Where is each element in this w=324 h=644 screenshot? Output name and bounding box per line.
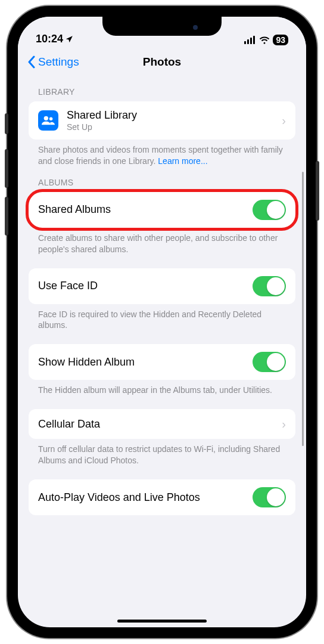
albums-header: ALBUMS — [29, 167, 295, 192]
library-header: LIBRARY — [29, 76, 295, 101]
learn-more-link[interactable]: Learn more... — [158, 156, 207, 166]
notch — [102, 17, 222, 36]
shared-albums-footer: Create albums to share with other people… — [29, 228, 295, 255]
cellular-icon — [244, 36, 256, 44]
home-indicator[interactable] — [117, 620, 207, 623]
status-time: 10:24 — [36, 33, 73, 45]
shared-library-subtitle: Set Up — [67, 122, 282, 132]
library-footer: Share photos and videos from moments spe… — [29, 140, 295, 167]
cellular-data-footer: Turn off cellular data to restrict updat… — [29, 439, 295, 466]
svg-rect-3 — [253, 36, 255, 44]
face-id-footer: Face ID is required to view the Hidden a… — [29, 304, 295, 332]
time-text: 10:24 — [36, 33, 63, 45]
chevron-right-icon: › — [282, 417, 286, 431]
content[interactable]: LIBRARY Shared Library Set Up › Share ph… — [18, 76, 306, 627]
hidden-album-toggle[interactable] — [253, 352, 286, 372]
svg-point-5 — [49, 117, 53, 121]
scroll-indicator[interactable] — [302, 172, 304, 446]
hidden-album-cell[interactable]: Show Hidden Album — [29, 344, 295, 380]
people-icon — [38, 110, 58, 131]
power-button — [316, 161, 319, 221]
shared-albums-title: Shared Albums — [38, 203, 253, 216]
shared-albums-cell[interactable]: Shared Albums — [29, 192, 295, 228]
chevron-right-icon: › — [282, 114, 286, 128]
hidden-album-title: Show Hidden Album — [38, 356, 253, 369]
back-button[interactable]: Settings — [27, 55, 79, 69]
shared-library-cell[interactable]: Shared Library Set Up › — [29, 101, 295, 140]
svg-point-4 — [44, 116, 48, 120]
autoplay-toggle[interactable] — [253, 487, 286, 507]
shared-library-title: Shared Library — [67, 109, 282, 122]
autoplay-title: Auto-Play Videos and Live Photos — [38, 491, 253, 504]
chevron-left-icon — [27, 55, 36, 69]
back-label: Settings — [38, 55, 79, 69]
volume-up — [5, 149, 8, 188]
wifi-icon — [259, 36, 270, 44]
cellular-data-title: Cellular Data — [38, 418, 282, 431]
volume-down — [5, 197, 8, 236]
battery-badge: 93 — [273, 35, 288, 45]
hidden-album-footer: The Hidden album will appear in the Albu… — [29, 380, 295, 396]
face-id-toggle[interactable] — [253, 276, 286, 296]
svg-rect-2 — [250, 38, 252, 44]
status-icons: 93 — [244, 35, 288, 45]
screen: 10:24 93 Settings Photo — [18, 17, 306, 627]
shared-albums-toggle[interactable] — [253, 200, 286, 220]
svg-rect-0 — [244, 41, 246, 44]
cellular-data-cell[interactable]: Cellular Data › — [29, 409, 295, 439]
autoplay-cell[interactable]: Auto-Play Videos and Live Photos — [29, 479, 295, 515]
location-icon — [65, 35, 73, 44]
nav-title: Photos — [143, 55, 181, 69]
mute-switch — [5, 113, 8, 134]
phone-frame: 10:24 93 Settings Photo — [7, 6, 317, 638]
svg-rect-1 — [247, 39, 249, 44]
nav-bar: Settings Photos — [18, 48, 306, 76]
face-id-title: Use Face ID — [38, 280, 253, 292]
face-id-cell[interactable]: Use Face ID — [29, 268, 295, 304]
